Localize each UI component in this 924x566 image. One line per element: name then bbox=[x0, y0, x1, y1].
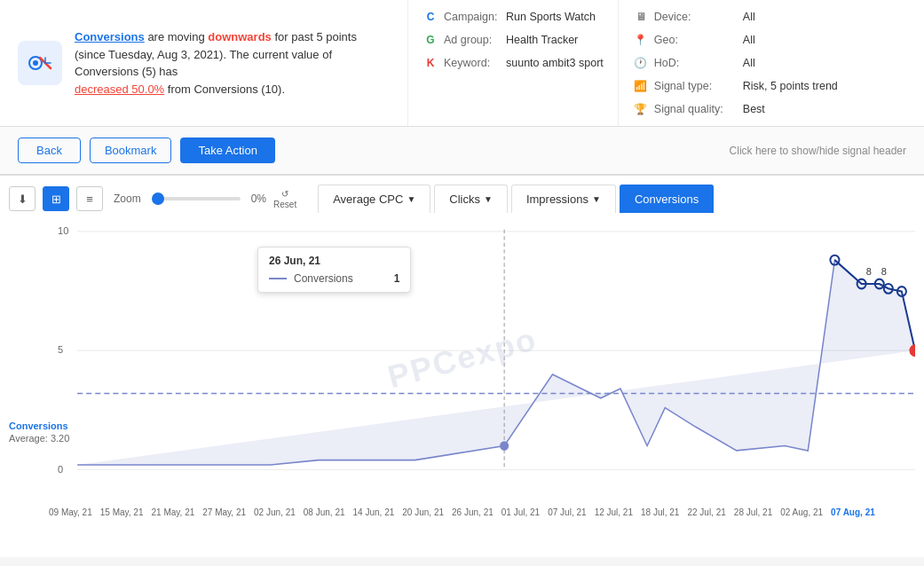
device-row: 🖥 Device: All bbox=[633, 9, 838, 25]
direction-text: downwards bbox=[208, 30, 272, 43]
date-3: 27 May, 21 bbox=[202, 507, 246, 517]
keyword-row: K Keyword: suunto ambit3 sport bbox=[423, 55, 604, 71]
chart-area: ⬇ ⊞ ≡ Zoom 0% ↺ Reset Average CPC ▼ Clic… bbox=[0, 176, 924, 557]
date-4: 02 Jun, 21 bbox=[254, 507, 296, 517]
tab-impressions-arrow: ▼ bbox=[592, 194, 601, 204]
tab-impressions[interactable]: Impressions ▼ bbox=[511, 185, 616, 213]
tab-average-cpc[interactable]: Average CPC ▼ bbox=[318, 185, 430, 213]
keyword-label: Keyword: bbox=[444, 57, 506, 69]
alert-section: Conversions are moving downwards for pas… bbox=[0, 0, 408, 126]
zoom-slider[interactable] bbox=[152, 197, 241, 200]
svg-point-2 bbox=[33, 60, 38, 66]
tab-conversions-label: Conversions bbox=[635, 193, 699, 206]
hod-value: All bbox=[743, 57, 755, 69]
reset-button[interactable]: ↺ Reset bbox=[273, 189, 296, 209]
header-panel: Conversions are moving downwards for pas… bbox=[0, 0, 924, 127]
alert-text: Conversions are moving downwards for pas… bbox=[75, 28, 390, 98]
reset-label: Reset bbox=[273, 200, 296, 209]
signal-quality-icon: 🏆 bbox=[633, 101, 649, 117]
date-last: 07 Aug, 21 bbox=[831, 507, 875, 517]
device-label: Device: bbox=[654, 11, 743, 23]
y-axis-label: Conversions bbox=[0, 304, 2, 358]
signal-type-row: 📶 Signal type: Risk, 5 points trend bbox=[633, 78, 838, 94]
meta-col: 🖥 Device: All 📍 Geo: All 🕐 HoD: All 📶 Si… bbox=[619, 0, 852, 126]
date-13: 22 Jul, 21 bbox=[687, 507, 725, 517]
chart-toolbar: ⬇ ⊞ ≡ Zoom 0% ↺ Reset Average CPC ▼ Clic… bbox=[0, 185, 924, 220]
svg-text:8: 8 bbox=[881, 266, 887, 277]
date-10: 07 Jul, 21 bbox=[548, 507, 586, 517]
date-9: 01 Jul, 21 bbox=[501, 507, 540, 517]
signal-header-hint[interactable]: Click here to show/hide signal header bbox=[730, 145, 906, 157]
svg-text:8: 8 bbox=[866, 266, 872, 277]
tab-clicks[interactable]: Clicks ▼ bbox=[434, 185, 508, 213]
date-15: 02 Aug, 21 bbox=[780, 507, 823, 517]
average-value: Average: 3.20 bbox=[9, 433, 69, 444]
signal-type-icon: 📶 bbox=[633, 78, 649, 94]
bookmark-button[interactable]: Bookmark bbox=[90, 138, 172, 163]
signal-quality-value: Best bbox=[743, 103, 765, 115]
date-8: 26 Jun, 21 bbox=[452, 507, 494, 517]
take-action-button[interactable]: Take Action bbox=[180, 138, 275, 163]
campaign-row: C Campaign: Run Sports Watch bbox=[423, 9, 604, 25]
zoom-label: Zoom bbox=[114, 193, 141, 205]
campaign-value: Run Sports Watch bbox=[506, 11, 596, 23]
campaign-col: C Campaign: Run Sports Watch G Ad group:… bbox=[408, 0, 619, 126]
date-7: 20 Jun, 21 bbox=[402, 507, 444, 517]
grid-button[interactable]: ⊞ bbox=[43, 186, 69, 211]
metric-tabs: Average CPC ▼ Clicks ▼ Impressions ▼ Con… bbox=[318, 185, 715, 213]
adgroup-row: G Ad group: Health Tracker bbox=[423, 32, 604, 48]
svg-point-20 bbox=[500, 441, 509, 451]
date-12: 18 Jul, 21 bbox=[641, 507, 679, 517]
filter-button[interactable]: ≡ bbox=[76, 186, 103, 211]
chart-svg: 10 5 0 bbox=[58, 220, 915, 477]
device-value: All bbox=[743, 11, 755, 23]
svg-text:0: 0 bbox=[58, 463, 63, 474]
geo-value: All bbox=[743, 34, 755, 46]
adgroup-icon: G bbox=[423, 32, 438, 48]
hod-label: HoD: bbox=[654, 57, 743, 69]
hod-row: 🕐 HoD: All bbox=[633, 55, 838, 71]
date-11: 12 Jul, 21 bbox=[595, 507, 633, 517]
change-text: decreased 50.0% bbox=[75, 83, 164, 96]
signal-type-label: Signal type: bbox=[654, 80, 743, 92]
svg-text:10: 10 bbox=[58, 225, 68, 236]
actions-left: Back Bookmark Take Action bbox=[18, 138, 275, 163]
campaign-label: Campaign: bbox=[444, 11, 506, 23]
signal-type-value: Risk, 5 points trend bbox=[743, 80, 838, 92]
svg-text:5: 5 bbox=[58, 344, 63, 355]
adgroup-value: Health Tracker bbox=[506, 34, 578, 46]
adgroup-label: Ad group: bbox=[444, 34, 506, 46]
signal-quality-row: 🏆 Signal quality: Best bbox=[633, 101, 838, 117]
signal-quality-label: Signal quality: bbox=[654, 103, 743, 115]
back-button[interactable]: Back bbox=[18, 138, 81, 163]
date-14: 28 Jul, 21 bbox=[734, 507, 772, 517]
keyword-value: suunto ambit3 sport bbox=[506, 57, 604, 69]
metrics-section: C Campaign: Run Sports Watch G Ad group:… bbox=[408, 0, 924, 126]
reset-icon: ↺ bbox=[281, 189, 288, 199]
keyword-icon: K bbox=[423, 55, 438, 71]
chart-container: PPCexpo 26 Jun, 21 Conversions 1 10 5 0 bbox=[9, 220, 915, 504]
zoom-thumb bbox=[152, 193, 164, 205]
device-icon: 🖥 bbox=[633, 9, 649, 25]
geo-label: Geo: bbox=[654, 34, 743, 46]
from-text: from Conversions (10). bbox=[168, 83, 285, 96]
download-button[interactable]: ⬇ bbox=[9, 186, 36, 211]
geo-icon: 📍 bbox=[633, 32, 649, 48]
x-axis-dates: 09 May, 21 15 May, 21 21 May, 21 27 May,… bbox=[0, 504, 924, 517]
zoom-pct: 0% bbox=[251, 193, 266, 205]
date-5: 08 Jun, 21 bbox=[304, 507, 345, 517]
geo-row: 📍 Geo: All bbox=[633, 32, 838, 48]
campaign-icon: C bbox=[423, 9, 438, 25]
metric-link[interactable]: Conversions bbox=[75, 30, 145, 43]
actions-bar: Back Bookmark Take Action Click here to … bbox=[0, 127, 924, 176]
alert-period: for bbox=[274, 30, 291, 43]
date-2: 21 May, 21 bbox=[152, 507, 195, 517]
date-0: 09 May, 21 bbox=[49, 507, 92, 517]
average-label: Conversions bbox=[9, 421, 68, 431]
tab-clicks-label: Clicks bbox=[449, 193, 480, 206]
tab-clicks-arrow: ▼ bbox=[484, 194, 493, 204]
tab-conversions[interactable]: Conversions bbox=[620, 185, 714, 213]
alert-prefix: are moving bbox=[147, 30, 208, 43]
tab-average-cpc-label: Average CPC bbox=[333, 193, 403, 206]
date-6: 14 Jun, 21 bbox=[353, 507, 395, 517]
